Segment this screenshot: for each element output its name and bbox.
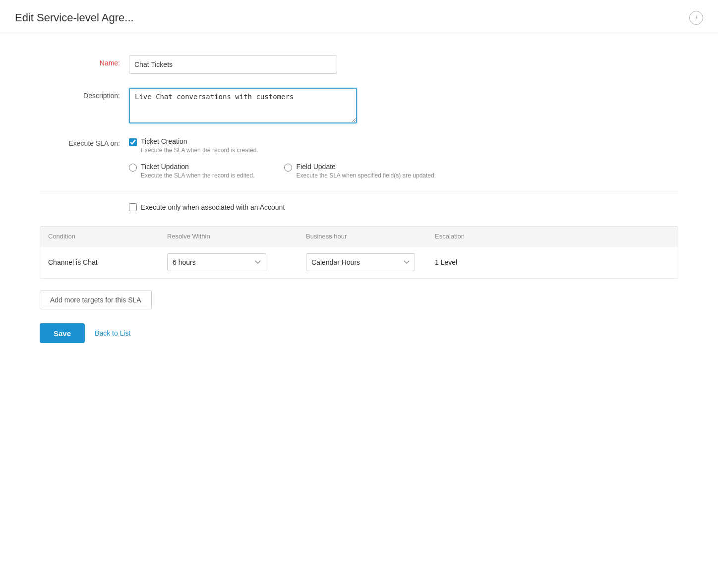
ticket-updation-radio[interactable] [129, 164, 137, 172]
table-row: Channel is Chat 6 hours 1 hour 2 hours 4… [40, 246, 678, 278]
action-row: Save Back to List [40, 323, 678, 343]
form-body: Name: Description: Live Chat conversatio… [0, 35, 718, 363]
row-resolve: 6 hours 1 hour 2 hours 4 hours 8 hours 1… [167, 253, 306, 271]
account-checkbox-label: Execute only when associated with an Acc… [141, 203, 285, 211]
ticket-updation-title: Ticket Updation [141, 163, 254, 171]
option-ticket-updation: Ticket Updation Execute the SLA when the… [129, 163, 254, 179]
header-condition: Condition [48, 233, 167, 240]
description-label: Description: [40, 88, 129, 100]
row-condition: Channel is Chat [48, 258, 167, 266]
row-business: Calendar Hours Business Hours [306, 253, 435, 271]
field-update-text: Field Update Execute the SLA when specif… [296, 163, 436, 179]
name-row: Name: [40, 55, 678, 74]
header-resolve: Resolve Within [167, 233, 306, 240]
condition-text: Channel is Chat [48, 258, 98, 266]
execute-sla-label: Execute SLA on: [40, 137, 129, 147]
account-checkbox-row: Execute only when associated with an Acc… [40, 203, 678, 211]
description-row: Description: Live Chat conversations wit… [40, 88, 678, 123]
field-update-title: Field Update [296, 163, 436, 171]
option-row-2: Ticket Updation Execute the SLA when the… [129, 163, 436, 179]
info-icon[interactable]: i [689, 11, 703, 25]
ticket-creation-desc: Execute the SLA when the record is creat… [141, 147, 258, 154]
header: Edit Service-level Agre... i [0, 0, 718, 35]
description-textarea[interactable]: Live Chat conversations with customers [129, 88, 357, 123]
ticket-creation-checkbox[interactable] [129, 138, 137, 146]
header-escalation: Escalation [435, 233, 670, 240]
escalation-text: 1 Level [435, 258, 457, 266]
page-container: Edit Service-level Agre... i Name: Descr… [0, 0, 718, 588]
account-checkbox[interactable] [129, 203, 137, 211]
field-update-radio[interactable] [284, 164, 292, 172]
header-business: Business hour [306, 233, 435, 240]
execute-sla-row: Execute SLA on: Ticket Creation Execute … [40, 137, 678, 179]
ticket-updation-text: Ticket Updation Execute the SLA when the… [141, 163, 254, 179]
ticket-updation-desc: Execute the SLA when the record is edite… [141, 172, 254, 179]
option-field-update: Field Update Execute the SLA when specif… [284, 163, 436, 179]
resolve-within-select[interactable]: 6 hours 1 hour 2 hours 4 hours 8 hours 1… [167, 253, 266, 271]
row-escalation: 1 Level [435, 258, 670, 266]
table-header: Condition Resolve Within Business hour E… [40, 227, 678, 246]
back-to-list-button[interactable]: Back to List [95, 329, 130, 337]
execute-options: Ticket Creation Execute the SLA when the… [129, 137, 436, 179]
sla-table: Condition Resolve Within Business hour E… [40, 226, 678, 279]
page-title: Edit Service-level Agre... [15, 11, 134, 24]
ticket-creation-text: Ticket Creation Execute the SLA when the… [141, 137, 258, 154]
option-ticket-creation: Ticket Creation Execute the SLA when the… [129, 137, 436, 154]
add-targets-button[interactable]: Add more targets for this SLA [40, 291, 152, 309]
field-update-desc: Execute the SLA when specified field(s) … [296, 172, 436, 179]
ticket-creation-title: Ticket Creation [141, 137, 258, 145]
business-hour-select[interactable]: Calendar Hours Business Hours [306, 253, 415, 271]
name-label: Name: [40, 55, 129, 67]
divider-1 [40, 193, 678, 193]
save-button[interactable]: Save [40, 323, 85, 343]
name-input[interactable] [129, 55, 337, 74]
